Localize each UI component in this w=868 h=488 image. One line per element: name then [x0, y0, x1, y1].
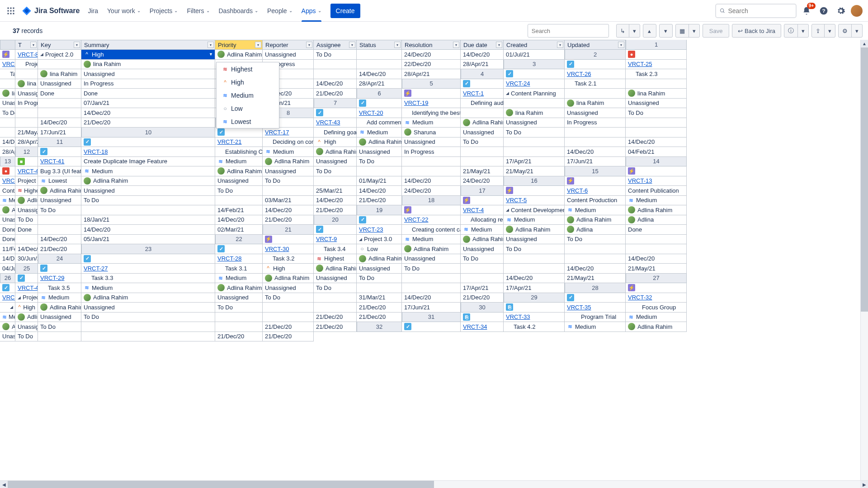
svg-rect-3 — [8, 10, 9, 11]
svg-rect-8 — [13, 13, 14, 14]
hierarchy-button[interactable]: ↳▾ — [616, 24, 640, 38]
expand-all-button[interactable]: ▾ — [659, 24, 673, 38]
info-button[interactable]: ⓘ▾ — [784, 24, 809, 38]
svg-rect-2 — [13, 7, 14, 9]
chevron-down-icon: ▾ — [852, 24, 862, 37]
topnav: Jira Software JiraYour work⌄Projects⌄Fil… — [0, 0, 868, 22]
svg-rect-1 — [10, 7, 12, 9]
product-name: Jira Software — [34, 7, 80, 15]
svg-point-9 — [721, 9, 724, 12]
chevron-down-icon: ▾ — [689, 24, 699, 37]
apps-switcher-icon[interactable] — [4, 4, 18, 18]
nav-item-jira[interactable]: Jira — [83, 0, 103, 22]
nav-item-your-work[interactable]: Your work⌄ — [103, 0, 145, 22]
chevron-down-icon: ▾ — [825, 24, 835, 37]
view-button[interactable]: ▦▾ — [675, 24, 700, 38]
collapse-all-button[interactable]: ▴ — [643, 24, 656, 38]
gear-icon: ⚙ — [839, 24, 852, 37]
search-icon — [720, 8, 725, 14]
svg-text:?: ? — [822, 8, 825, 14]
chevron-down-icon: ⌄ — [137, 8, 141, 13]
export-button[interactable]: ⇪▾ — [811, 24, 835, 38]
info-icon: ⓘ — [784, 24, 798, 37]
nav-item-filters[interactable]: Filters⌄ — [182, 0, 214, 22]
global-search-input[interactable] — [728, 7, 792, 14]
global-search[interactable] — [715, 4, 797, 18]
chevron-down-icon: ⌄ — [206, 8, 210, 13]
nav-item-apps[interactable]: Apps⌄ — [297, 0, 326, 22]
chevron-down-icon: ⌄ — [289, 8, 292, 13]
chevron-down-icon: ⌄ — [318, 8, 321, 13]
export-icon: ⇪ — [812, 24, 825, 37]
records-count: 37 records — [13, 27, 42, 34]
chevron-down-icon: ▾ — [629, 24, 640, 37]
grid-search-input[interactable] — [528, 24, 609, 38]
svg-rect-6 — [8, 13, 9, 14]
toolbar: 37 records ↳▾ ▴ ▾ ▦▾ Save ↩ Back to Jira… — [0, 22, 868, 40]
svg-rect-5 — [13, 10, 14, 11]
options-button[interactable]: ⚙▾ — [838, 24, 863, 38]
hierarchy-icon: ↳ — [617, 24, 629, 37]
nav-item-dashboards[interactable]: Dashboards⌄ — [214, 0, 263, 22]
user-avatar[interactable] — [851, 5, 863, 17]
back-to-jira-button[interactable]: ↩ Back to Jira — [732, 24, 781, 38]
nav-item-people[interactable]: People⌄ — [263, 0, 297, 22]
nav-item-projects[interactable]: Projects⌄ — [145, 0, 183, 22]
chevron-down-icon: ⌄ — [255, 8, 258, 13]
grid-icon: ▦ — [676, 24, 689, 37]
chevron-up-double-icon: ▴ — [648, 28, 651, 34]
chevron-down-icon: ⌄ — [174, 8, 178, 13]
chevron-down-double-icon: ▾ — [664, 28, 667, 34]
svg-rect-4 — [10, 10, 12, 11]
svg-line-10 — [723, 11, 725, 13]
jira-logo[interactable]: Jira Software — [22, 6, 80, 16]
svg-rect-0 — [8, 7, 9, 9]
settings-icon[interactable] — [834, 4, 848, 18]
back-arrow-icon: ↩ — [738, 28, 743, 34]
svg-rect-7 — [10, 13, 12, 14]
help-icon[interactable]: ? — [816, 4, 831, 18]
notifications-icon[interactable]: 9+ — [799, 4, 814, 18]
chevron-down-icon: ▾ — [798, 24, 808, 37]
create-button[interactable]: Create — [330, 4, 360, 18]
notifications-badge: 9+ — [807, 3, 816, 9]
save-button[interactable]: Save — [703, 24, 730, 38]
